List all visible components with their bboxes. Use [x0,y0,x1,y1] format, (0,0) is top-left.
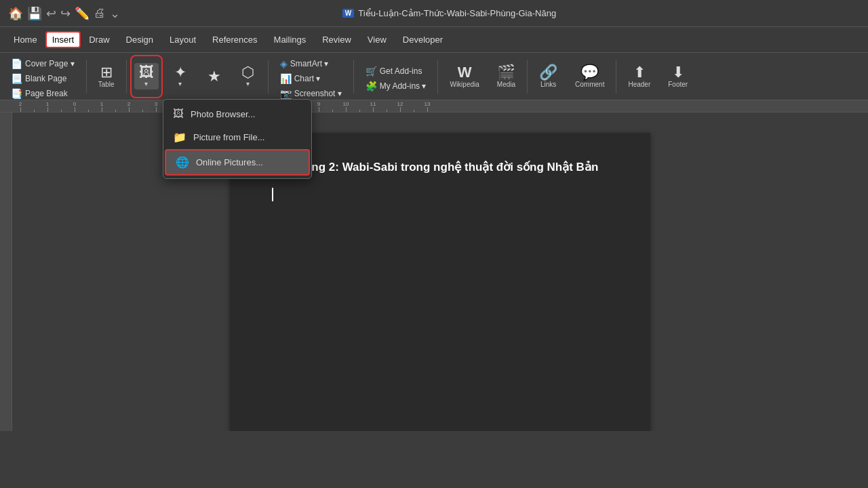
ruler-vertical [0,113,12,431]
footer-button[interactable]: ⬇ Footer [664,63,692,90]
get-addins-icon: 🛒 [366,66,377,77]
chart-button[interactable]: 📊 Chart ▾ [276,72,325,85]
menu-item-developer[interactable]: Developer [395,31,451,48]
comment-icon: 💬 [580,65,599,80]
ruler-tick: 10 [339,101,353,113]
photo-browser-item[interactable]: 🖼 Photo Browser... [163,102,311,125]
undo-icon[interactable]: ↩ [46,6,56,21]
get-addins-label: Get Add-ins [380,66,422,76]
edit-icon[interactable]: ✏️ [75,6,90,21]
my-addins-label: My Add-ins ▾ [380,81,427,91]
screenshot-label: Screenshot ▾ [294,89,342,98]
ruler-tick: 2 [14,101,27,113]
comment-button[interactable]: 💬 Comment [571,63,608,90]
document-cursor-area[interactable] [271,188,610,203]
blank-page-label: Blank Page [25,74,66,83]
ruler-tick [81,110,95,113]
redo-icon[interactable]: ↪ [60,6,71,21]
menu-item-references[interactable]: References [204,31,265,48]
sep-7 [616,60,616,94]
menu-item-mailings[interactable]: Mailings [266,31,315,48]
toolbar-group-footer: ⬇ Footer [660,55,696,98]
media-button[interactable]: 🎬 Media [493,63,519,90]
wikipedia-label: Wikipedia [450,81,479,88]
ruler-tick [326,110,339,113]
smartart-button[interactable]: ◈ SmartArt ▾ [276,57,333,70]
picture-dropdown-menu: 🖼 Photo Browser... 📁 Picture from File..… [163,99,312,179]
menu-item-draw[interactable]: Draw [81,31,117,48]
3d-chevron: ▾ [246,80,250,87]
ruler-tick: 1 [41,101,54,113]
menu-item-home[interactable]: Home [5,31,45,48]
toolbar-group-pictures: 🖼 ▾ [130,55,163,98]
wikipedia-icon: W [458,65,472,80]
pictures-button[interactable]: 🖼 ▾ [134,63,159,89]
table-label: Table [98,81,115,88]
header-label: Header [628,81,650,88]
screenshot-button[interactable]: 📷 Screenshot ▾ [276,87,346,100]
cover-page-icon: 📄 [11,58,22,69]
links-button[interactable]: 🔗 Links [535,63,561,90]
window-controls[interactable]: 🏠 💾 ↩ ↪ ✏️ 🖨 ⌄ [8,6,120,21]
toolbar-group-smartart-chart: ◈ SmartArt ▾ 📊 Chart ▾ 📷 Screenshot ▾ [272,55,350,98]
toolbar-group-icons: ★ [198,55,231,98]
blank-page-icon: 📃 [11,73,22,84]
home-icon[interactable]: 🏠 [8,6,23,21]
menu-item-design[interactable]: Design [118,31,161,48]
smartart-label: SmartArt ▾ [290,59,329,68]
ruler-tick [380,110,393,113]
blank-page-button[interactable]: 📃 Blank Page [7,72,71,85]
text-cursor [272,188,273,201]
picture-from-file-icon: 📁 [173,131,186,144]
menu-item-insert[interactable]: Insert [45,31,81,48]
ruler-tick [136,110,149,113]
toolbar-group-addins: 🛒 Get Add-ins 🧩 My Add-ins ▾ [357,55,435,98]
ruler-tick [108,110,122,113]
menu-item-review[interactable]: Review [314,31,359,48]
menu-item-layout[interactable]: Layout [161,31,204,48]
cover-page-button[interactable]: 📄 Cover Page ▾ [7,57,79,70]
ruler-tick [407,110,420,113]
table-button[interactable]: ⊞ Table [94,63,119,90]
ruler-tick: 9 [312,101,326,113]
icons-button[interactable]: ★ [202,67,226,86]
online-pictures-icon: 🌐 [176,156,189,169]
document-canvas[interactable]: Chương 2: Wabi-Sabi trong nghệ thuật đời… [12,113,868,431]
picture-from-file-item[interactable]: 📁 Picture from File... [163,125,311,149]
sep-5 [437,60,438,94]
document-heading: Chương 2: Wabi-Sabi trong nghệ thuật đời… [271,160,610,174]
ruler-tick [353,110,366,113]
ruler-tick: 13 [420,101,434,113]
menu-item-view[interactable]: View [359,31,395,48]
sep-6 [527,60,528,94]
shapes-button[interactable]: ✦ ▾ [168,63,193,89]
media-icon: 🎬 [497,65,515,80]
header-button[interactable]: ⬆ Header [624,63,654,90]
toolbar-group-table: ⊞ Table [90,55,123,98]
get-addins-button[interactable]: 🛒 Get Add-ins [361,64,427,78]
sep-2 [126,60,127,94]
shapes-chevron: ▾ [178,80,182,87]
online-pictures-item[interactable]: 🌐 Online Pictures... [165,149,310,176]
ruler-tick: 1 [95,101,108,113]
wikipedia-button[interactable]: W Wikipedia [446,63,483,90]
3d-icon: ⬡ [241,65,254,80]
print-icon[interactable]: 🖨 [94,6,106,20]
header-icon: ⬆ [633,65,646,80]
page-break-button[interactable]: 📑 Page Break [7,87,72,100]
more-icon[interactable]: ⌄ [110,6,120,21]
page-break-icon: 📑 [11,88,22,99]
toolbar-group-header: ⬆ Header [620,55,658,98]
save-icon[interactable]: 💾 [27,6,42,21]
my-addins-button[interactable]: 🧩 My Add-ins ▾ [361,79,431,93]
title-bar-left: 🏠 💾 ↩ ↪ ✏️ 🖨 ⌄ [8,6,120,21]
links-icon: 🔗 [539,65,557,80]
toolbar-group-pages: 📄 Cover Page ▾ 📃 Blank Page 📑 Page Break [3,55,83,98]
toolbar: 📄 Cover Page ▾ 📃 Blank Page 📑 Page Break… [0,53,868,100]
3d-button[interactable]: ⬡ ▾ [236,63,260,89]
links-label: Links [540,81,556,88]
document-area: Chương 2: Wabi-Sabi trong nghệ thuật đời… [0,113,868,431]
my-addins-icon: 🧩 [366,81,377,92]
ruler-tick: 2 [122,101,136,113]
media-label: Media [497,81,515,88]
